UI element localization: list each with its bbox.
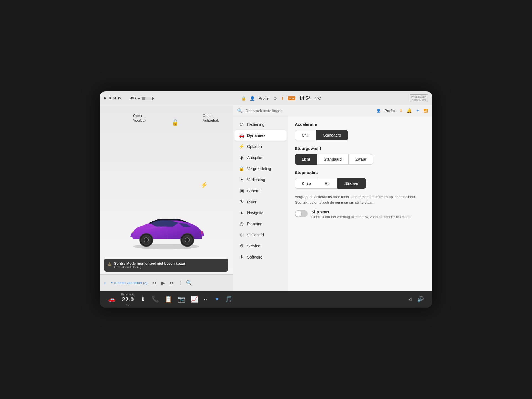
taskbar-bluetooth[interactable]: ✦ [212, 296, 222, 303]
battery-km: 49 km [130, 96, 140, 100]
music-taskbar-icon: 🎵 [225, 296, 232, 303]
achterbak-label: Open Achterbak [203, 114, 219, 123]
sidebar-item-verlichting[interactable]: ✦Verlichting [234, 174, 287, 185]
scherm-nav-label: Scherm [247, 189, 260, 193]
taskbar-camera[interactable]: 📷 [175, 296, 188, 303]
bediening-nav-icon: ◎ [239, 122, 244, 127]
sidebar-item-bediening[interactable]: ◎Bediening [234, 119, 287, 130]
software-nav-label: Software [247, 255, 262, 259]
verlichting-nav-label: Verlichting [247, 178, 265, 182]
veiligheid-nav-label: Veiligheid [247, 233, 264, 237]
taskbar-phone[interactable]: 📞 [149, 296, 162, 303]
settings-content: Acceleratie Chill Standaard Stuurgewicht… [288, 116, 432, 291]
acceleratie-chill-button[interactable]: Chill [295, 130, 316, 140]
right-panel: 🔍 👤 Profiel ⬇ 🔔 ✦ 📶 ◎Bediening🚗Dynamiek⚡… [233, 105, 432, 291]
dynamiek-nav-label: Dynamiek [247, 133, 265, 138]
temp-display-taskbar: Handmatig 22.0 ◁ ▷ [121, 293, 134, 306]
taskbar-heat[interactable]: 🌡 [137, 296, 149, 303]
profile-label-search[interactable]: Profiel [385, 109, 396, 113]
temp-value-display: 22.0 [122, 296, 134, 303]
sidebar-item-software[interactable]: ⬇Software [234, 252, 287, 262]
bluetooth-device-label: ✦ iPhone van Milan (2) [110, 281, 147, 285]
autopilot-nav-icon: ◉ [239, 155, 244, 160]
acceleratie-standaard-button[interactable]: Standaard [316, 130, 348, 140]
voorbak-label: Open Voorbak [133, 114, 146, 123]
settings-nav: ◎Bediening🚗Dynamiek⚡Opladen◉Autopilot🔒Ve… [233, 116, 288, 291]
stuurgewicht-options: Licht Standaard Zwaar [295, 154, 426, 165]
car-svg [122, 208, 211, 252]
taskbar-music[interactable]: 🎵 [222, 296, 235, 303]
play-button[interactable]: ▶ [161, 280, 165, 286]
acceleratie-title: Acceleratie [295, 122, 426, 127]
profile-icon[interactable]: 👤 [250, 96, 255, 101]
opladen-nav-icon: ⚡ [239, 144, 244, 149]
stopmodus-kruip-button[interactable]: Kruip [295, 178, 318, 189]
profile-label[interactable]: Profiel [259, 96, 270, 101]
battery-bar [142, 97, 153, 100]
stuurgewicht-licht-button[interactable]: Licht [295, 154, 317, 165]
more-icon: ··· [204, 296, 209, 303]
status-bar: P R N D 49 km 🔒 👤 Profiel ⊙ ⬇ SOS 14:54 … [100, 91, 432, 105]
taskbar-more[interactable]: ··· [201, 296, 211, 303]
sidebar-item-service[interactable]: ⚙Service [234, 241, 287, 251]
slipstart-toggle[interactable] [295, 210, 308, 217]
time-display: 14:54 [299, 96, 311, 101]
stopmodus-stilstaan-button[interactable]: Stilstaan [337, 178, 366, 189]
sentry-text: Sentry Mode momenteel niet beschikbaar O… [114, 261, 185, 269]
taskbar-chart[interactable]: 📈 [188, 296, 201, 303]
sidebar-item-scherm[interactable]: ▣Scherm [234, 185, 287, 196]
search-icon: 🔍 [237, 108, 243, 113]
main-area: Open Voorbak Open Achterbak 🔓 ⚡ [100, 105, 432, 291]
autopilot-nav-label: Autopilot [247, 155, 262, 160]
notification-icon[interactable]: 🔔 [406, 108, 412, 113]
status-right: PASSENGERAIRBAG ON [410, 94, 428, 102]
search-input[interactable] [245, 109, 374, 113]
profile-icon-search[interactable]: 👤 [376, 109, 381, 113]
sidebar-item-veiligheid[interactable]: ⊕Veiligheid [234, 229, 287, 240]
stopmodus-rol-button[interactable]: Rol [318, 178, 337, 189]
taskbar-volume[interactable]: 🔊 [414, 296, 427, 303]
camera-icon: 📷 [178, 296, 185, 303]
settings-circle-icon[interactable]: ⊙ [273, 96, 277, 101]
sidebar-item-opladen[interactable]: ⚡Opladen [234, 141, 287, 152]
warning-icon: ⚠ [108, 262, 111, 267]
prnd-display: P R N D [104, 96, 121, 100]
left-panel: Open Voorbak Open Achterbak 🔓 ⚡ [100, 105, 233, 291]
bluetooth-icon-search[interactable]: ✦ [416, 108, 420, 113]
sidebar-item-planning[interactable]: ◷Planning [234, 218, 287, 229]
sidebar-item-ritten[interactable]: ↻Ritten [234, 196, 287, 207]
stuurgewicht-zwaar-button[interactable]: Zwaar [349, 154, 373, 165]
stuurgewicht-standaard-button[interactable]: Standaard [317, 154, 349, 165]
taskbar-car[interactable]: 🚗 [105, 296, 118, 303]
status-center: 🔒 👤 Profiel ⊙ ⬇ SOS 14:54 4°C [241, 96, 321, 101]
dynamiek-nav-icon: 🚗 [239, 133, 244, 138]
taskbar: 🚗 Handmatig 22.0 ◁ ▷ 🌡 📞 📋 📷 📈 ··· [100, 291, 432, 308]
svg-point-4 [144, 238, 149, 242]
vergrendeling-nav-icon: 🔒 [239, 166, 244, 171]
taskbar-back[interactable]: ◁ [405, 297, 414, 302]
bluetooth-taskbar-icon: ✦ [214, 296, 219, 303]
search-music-button[interactable]: 🔍 [186, 280, 192, 286]
charging-icon: ⚡ [200, 181, 208, 189]
ritten-nav-icon: ↻ [239, 199, 244, 204]
heat-icon: 🌡 [140, 296, 146, 303]
stuurgewicht-title: Stuurgewicht [295, 146, 426, 151]
equalizer-button[interactable]: ⫿ [179, 280, 181, 286]
lock-status-icon: 🔒 [241, 96, 246, 101]
opladen-nav-label: Opladen [247, 144, 262, 149]
sidebar-item-navigatie[interactable]: ▲Navigatie [234, 208, 287, 218]
sidebar-item-autopilot[interactable]: ◉Autopilot [234, 152, 287, 163]
chart-icon: 📈 [191, 296, 198, 303]
sidebar-item-dynamiek[interactable]: 🚗Dynamiek [234, 130, 287, 141]
taskbar-temperature[interactable]: Handmatig 22.0 ◁ ▷ [118, 293, 137, 306]
passenger-airbag-label: PASSENGERAIRBAG ON [410, 94, 428, 102]
next-track-button[interactable]: ⏭ [170, 280, 175, 286]
stopmodus-description: Vergroot de actieradius door meer regene… [295, 194, 426, 205]
navigatie-nav-icon: ▲ [239, 210, 244, 215]
prev-track-button[interactable]: ⏮ [152, 280, 157, 286]
stopmodus-options: Kruip Rol Stilstaan [295, 178, 426, 189]
download-icon[interactable]: ⬇ [281, 96, 284, 101]
search-right-icons: 👤 Profiel ⬇ 🔔 ✦ 📶 [376, 108, 428, 113]
taskbar-calendar[interactable]: 📋 [162, 296, 175, 303]
sidebar-item-vergrendeling[interactable]: 🔒Vergrendeling [234, 163, 287, 174]
